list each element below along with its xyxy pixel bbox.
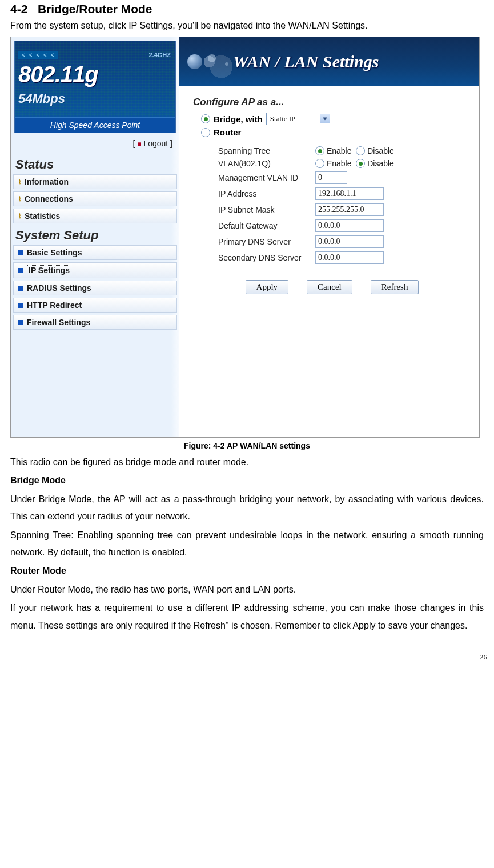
square-icon	[18, 250, 23, 255]
sidebar-section-system-setup: System Setup	[11, 225, 179, 244]
para-router-2: If your network has a requirement to use…	[10, 599, 484, 634]
radio-vlan-enable[interactable]	[315, 159, 324, 168]
page-title: WAN / LAN Settings	[233, 52, 379, 71]
logo-tagline: High Speed Access Point	[15, 117, 175, 133]
row-mgmt-vlan: Management VLAN ID 0	[218, 171, 471, 184]
logout-row: [ ■ Logout ]	[11, 137, 179, 154]
sidebar-item-label: Firewall Settings	[27, 318, 90, 327]
sidebar-section-status: Status	[11, 154, 179, 173]
label-ip-address: IP Address	[218, 189, 315, 198]
label-gateway: Default Gateway	[218, 221, 315, 230]
sidebar-item-information[interactable]: ⌇ Information	[13, 174, 177, 189]
mode-row-bridge: Bridge, with Static IP	[201, 113, 471, 125]
mode-row-router: Router	[201, 127, 471, 137]
sidebar-item-label: Statistics	[25, 211, 60, 221]
sidebar-item-connections[interactable]: ⌇ Connections	[13, 191, 177, 206]
section-number: 4-2	[10, 2, 27, 15]
label-secondary-dns: Secondary DNS Server	[218, 253, 315, 262]
disable-text: Disable	[367, 146, 394, 155]
cancel-button[interactable]: Cancel	[307, 280, 352, 294]
label-spanning-tree: Spanning Tree	[218, 146, 315, 155]
row-primary-dns: Primary DNS Server 0.0.0.0	[218, 235, 471, 248]
label-mgmt-vlan: Management VLAN ID	[218, 173, 315, 182]
logo-frequency: 2.4GHZ	[148, 51, 171, 58]
radio-spanning-enable[interactable]	[315, 146, 324, 155]
chevron-down-icon	[323, 118, 327, 121]
square-icon	[18, 320, 23, 325]
intro-text: From the system setup, click IP Settings…	[10, 21, 484, 31]
input-primary-dns[interactable]: 0.0.0.0	[315, 235, 384, 248]
bridge-ip-type-select[interactable]: Static IP	[266, 113, 331, 125]
logout-bracket: [	[132, 139, 135, 148]
input-mgmt-vlan[interactable]: 0	[315, 171, 347, 184]
row-spanning-tree: Spanning Tree Enable Disable	[218, 146, 471, 155]
enable-text: Enable	[327, 159, 352, 168]
row-vlan: VLAN(802.1Q) Enable Disable	[218, 159, 471, 168]
page-banner: WAN / LAN Settings	[179, 37, 479, 86]
sidebar-item-label: Connections	[25, 194, 73, 203]
settings-panel: Configure AP as a... Bridge, with Static…	[179, 86, 479, 300]
square-icon	[18, 286, 23, 291]
radio-router[interactable]	[201, 128, 210, 137]
sidebar-item-statistics[interactable]: ⌇ Statistics	[13, 209, 177, 223]
radio-vlan-disable[interactable]	[356, 159, 365, 168]
logo-standard: 802.11g	[18, 62, 98, 87]
row-ip-address: IP Address 192.168.1.1	[218, 187, 471, 200]
square-icon	[18, 303, 23, 308]
sidebar-item-radius-settings[interactable]: RADIUS Settings	[13, 281, 177, 295]
input-subnet[interactable]: 255.255.255.0	[315, 203, 384, 216]
section-title-text: Bridge/Router Mode	[38, 2, 152, 15]
sidebar-item-label: Basic Settings	[27, 248, 82, 257]
sidebar-item-firewall-settings[interactable]: Firewall Settings	[13, 315, 177, 330]
sidebar-item-ip-settings[interactable]: IP Settings	[13, 262, 177, 278]
rss-icon: ⌇	[18, 195, 21, 203]
rss-icon: ⌇	[18, 213, 21, 220]
logo-chevron-band: < < < < <	[18, 51, 58, 59]
bridge-label: Bridge, with	[214, 114, 263, 124]
form-area: Spanning Tree Enable Disable VLAN(802.1Q…	[218, 146, 471, 264]
section-heading: 4-2 Bridge/Router Mode	[10, 2, 484, 16]
select-value: Static IP	[270, 114, 295, 123]
para-bridge-1: Under Bridge Mode, the AP will act as a …	[10, 491, 484, 526]
button-row: Apply Cancel Refresh	[193, 280, 471, 294]
enable-text: Enable	[327, 146, 352, 155]
sidebar-item-http-redirect[interactable]: HTTP Redirect	[13, 298, 177, 313]
disable-text: Disable	[367, 159, 394, 168]
radio-bridge[interactable]	[201, 114, 210, 123]
sidebar-item-label: Information	[25, 177, 69, 186]
row-secondary-dns: Secondary DNS Server 0.0.0.0	[218, 251, 471, 264]
row-subnet: IP Subnet Mask 255.255.255.0	[218, 203, 471, 216]
input-gateway[interactable]: 0.0.0.0	[315, 219, 384, 232]
square-icon	[18, 268, 23, 273]
para-bridge-2: Spanning Tree: Enabling spanning tree ca…	[10, 527, 484, 562]
input-secondary-dns[interactable]: 0.0.0.0	[315, 251, 384, 264]
sidebar-item-basic-settings[interactable]: Basic Settings	[13, 245, 177, 260]
product-logo: < < < < < 2.4GHZ 802.11g 54Mbps High Spe…	[14, 41, 176, 133]
rss-icon: ⌇	[18, 178, 21, 186]
sidebar-item-label: IP Settings	[27, 265, 71, 275]
heading-bridge-mode: Bridge Mode	[10, 472, 484, 489]
logo-speed: 54Mbps	[18, 91, 65, 106]
sidebar-item-label: RADIUS Settings	[27, 283, 91, 293]
figure-caption: Figure: 4-2 AP WAN/LAN settings	[10, 441, 484, 450]
apply-button[interactable]: Apply	[246, 280, 289, 294]
body-text: This radio can be figured as bridge mode…	[10, 454, 484, 634]
para-router-1: Under Router Mode, the radio has two por…	[10, 581, 484, 598]
label-primary-dns: Primary DNS Server	[218, 237, 315, 246]
radio-spanning-disable[interactable]	[356, 146, 365, 155]
logout-link[interactable]: Logout ]	[143, 139, 172, 148]
input-ip-address[interactable]: 192.168.1.1	[315, 187, 384, 200]
heading-router-mode: Router Mode	[10, 562, 484, 579]
label-subnet: IP Subnet Mask	[218, 205, 315, 214]
screenshot-figure: < < < < < 2.4GHZ 802.11g 54Mbps High Spe…	[10, 37, 480, 438]
page-number: 26	[0, 635, 494, 666]
stop-icon: ■	[137, 140, 141, 148]
para-intro-radio: This radio can be figured as bridge mode…	[10, 454, 484, 471]
router-label: Router	[214, 127, 241, 137]
configure-heading: Configure AP as a...	[193, 97, 471, 108]
main-panel: WAN / LAN Settings Configure AP as a... …	[179, 37, 479, 437]
sidebar: < < < < < 2.4GHZ 802.11g 54Mbps High Spe…	[11, 37, 179, 437]
row-gateway: Default Gateway 0.0.0.0	[218, 219, 471, 232]
sidebar-item-label: HTTP Redirect	[27, 301, 82, 310]
refresh-button[interactable]: Refresh	[371, 280, 419, 294]
